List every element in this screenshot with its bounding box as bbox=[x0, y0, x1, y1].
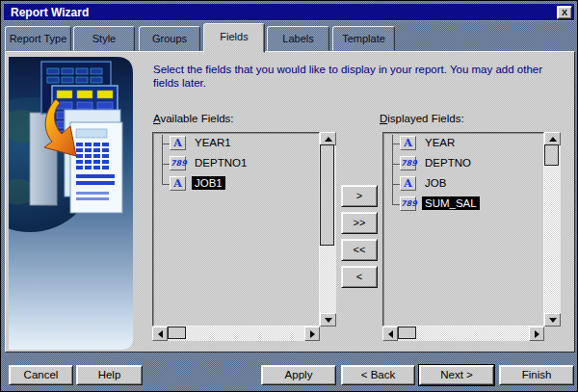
list-item[interactable]: A JOB bbox=[383, 174, 543, 195]
apply-button[interactable]: Apply bbox=[261, 365, 336, 385]
move-right-button[interactable]: > bbox=[341, 185, 378, 207]
char-field-icon: A bbox=[170, 136, 186, 150]
numeric-field-icon: 789 bbox=[400, 156, 416, 170]
tab-labels[interactable]: Labels bbox=[267, 26, 329, 51]
horizontal-scrollbar[interactable] bbox=[382, 327, 544, 341]
report-wizard-dialog: Report Wizard X Report Type Style Groups… bbox=[0, 0, 578, 392]
window-title: Report Wizard bbox=[11, 6, 89, 19]
list-item[interactable]: A YEAR bbox=[383, 134, 543, 154]
list-item[interactable]: 789 DEPTNO bbox=[383, 154, 543, 174]
move-all-left-button[interactable]: << bbox=[341, 239, 378, 261]
horizontal-scrollbar[interactable] bbox=[152, 327, 320, 341]
close-icon[interactable]: X bbox=[557, 6, 572, 19]
cancel-button[interactable]: Cancel bbox=[9, 365, 73, 385]
field-label[interactable]: DEPTNO1 bbox=[192, 156, 250, 170]
list-item[interactable]: A JOB1 bbox=[153, 174, 319, 195]
displayed-fields-tree[interactable]: A YEAR 789 DEPTNO A JOB 789 SUM_SAL bbox=[382, 132, 544, 327]
displayed-fields-list: A YEAR 789 DEPTNO A JOB 789 SUM_SAL bbox=[382, 132, 561, 341]
field-label[interactable]: DEPTNO bbox=[422, 156, 474, 170]
tab-style[interactable]: Style bbox=[73, 26, 135, 51]
move-all-right-button[interactable]: >> bbox=[341, 212, 378, 234]
title-bar: Report Wizard X bbox=[4, 4, 574, 21]
char-field-icon: A bbox=[170, 176, 186, 191]
field-label[interactable]: JOB1 bbox=[192, 176, 225, 190]
wizard-page-fields: Select the fields that you would like to… bbox=[5, 51, 575, 353]
vertical-scrollbar[interactable] bbox=[320, 132, 336, 327]
tab-template[interactable]: Template bbox=[332, 26, 395, 51]
scrollbar-thumb[interactable] bbox=[544, 144, 559, 166]
field-label[interactable]: JOB bbox=[422, 176, 449, 190]
available-fields-label: Available Fields: bbox=[153, 113, 234, 124]
available-fields-list: A YEAR1 789 DEPTNO1 A JOB1 bbox=[152, 132, 336, 341]
scrollbar-thumb[interactable] bbox=[320, 144, 334, 246]
next-button[interactable]: Next > bbox=[419, 365, 494, 385]
move-left-button[interactable]: < bbox=[341, 266, 378, 288]
scroll-down-icon[interactable] bbox=[544, 313, 561, 327]
tab-fields[interactable]: Fields bbox=[203, 23, 265, 53]
finish-button[interactable]: Finish bbox=[499, 365, 574, 385]
displayed-fields-label: Displayed Fields: bbox=[380, 113, 464, 124]
tab-report-type[interactable]: Report Type bbox=[5, 26, 71, 51]
scroll-left-icon[interactable] bbox=[382, 327, 398, 341]
char-field-icon: A bbox=[400, 176, 416, 191]
available-fields-tree[interactable]: A YEAR1 789 DEPTNO1 A JOB1 bbox=[152, 132, 320, 327]
scroll-left-icon[interactable] bbox=[152, 327, 168, 341]
field-label[interactable]: SUM_SAL bbox=[422, 196, 480, 210]
scroll-up-icon[interactable] bbox=[320, 132, 336, 145]
scrollbar-thumb[interactable] bbox=[168, 327, 186, 339]
numeric-field-icon: 789 bbox=[170, 156, 186, 170]
field-label[interactable]: YEAR1 bbox=[192, 136, 234, 149]
wizard-illustration bbox=[9, 57, 134, 351]
char-field-icon: A bbox=[400, 136, 416, 150]
instruction-text: Select the fields that you would like to… bbox=[153, 63, 565, 90]
vertical-scrollbar[interactable] bbox=[544, 132, 561, 327]
list-item[interactable]: A YEAR1 bbox=[153, 134, 319, 154]
list-item[interactable]: 789 DEPTNO1 bbox=[153, 154, 319, 174]
scroll-down-icon[interactable] bbox=[320, 313, 336, 327]
list-item[interactable]: 789 SUM_SAL bbox=[383, 195, 543, 215]
help-button[interactable]: Help bbox=[76, 365, 143, 385]
scroll-right-icon[interactable] bbox=[529, 327, 544, 341]
numeric-field-icon: 789 bbox=[400, 196, 416, 211]
back-button[interactable]: < Back bbox=[341, 365, 415, 385]
scrollbar-thumb[interactable] bbox=[398, 327, 416, 339]
scroll-up-icon[interactable] bbox=[544, 132, 561, 145]
scroll-right-icon[interactable] bbox=[304, 327, 320, 341]
field-label[interactable]: YEAR bbox=[422, 136, 458, 149]
tab-groups[interactable]: Groups bbox=[139, 26, 200, 51]
